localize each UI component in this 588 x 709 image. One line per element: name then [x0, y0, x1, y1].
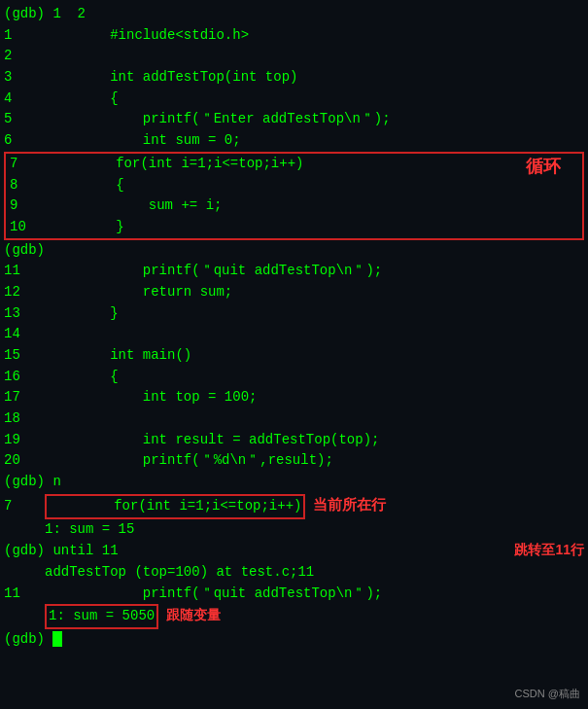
code-line-11: 11 printf(＂quit addTestTop\n＂); — [0, 261, 588, 282]
line-text: { — [51, 175, 578, 196]
gdb-prompt: (gdb) — [4, 240, 45, 262]
gdb-prompt: (gdb) — [4, 472, 45, 493]
line-text — [45, 629, 584, 651]
loop-highlight-box: 循环 7 for(int i=1;i<=top;i++) 8 { 9 sum +… — [4, 152, 584, 240]
line-text: 1 2 — [45, 4, 584, 25]
line-number: 6 — [4, 130, 45, 152]
line-number: 5 — [4, 109, 45, 130]
line-text: int addTestTop(int top) — [45, 67, 584, 89]
code-line-2: 2 — [0, 46, 588, 67]
line-number: 8 — [10, 175, 51, 196]
line-text: addTestTop (top=100) at test.c;11 — [45, 562, 584, 584]
current-line-content: for(int i=1;i<=top;i++) — [45, 494, 305, 519]
line-text: { — [45, 89, 584, 110]
line-text: int result = addTestTop(top); — [45, 430, 584, 451]
line-text: int main() — [45, 345, 584, 367]
line-text: 1: sum = 15 — [45, 519, 584, 541]
line-number: 12 — [4, 282, 45, 303]
code-line-3: 3 int addTestTop(int top) — [0, 67, 588, 89]
line-number: 15 — [4, 345, 45, 367]
cursor-block — [52, 631, 62, 647]
code-line-20: 20 printf(＂%d\n＂,result); — [0, 450, 588, 472]
sum-5050-content: 1: sum = 5050 — [45, 604, 158, 629]
code-line-18: 18 — [0, 408, 588, 430]
line-text: { — [45, 367, 584, 388]
line-number: 14 — [4, 324, 45, 345]
line-number: 7 — [10, 154, 51, 175]
gdb-prompt: (gdb) — [4, 4, 45, 25]
line-number: 9 — [10, 195, 51, 217]
line-gdb-init: (gdb) 1 2 — [0, 4, 588, 25]
track-annotation: 跟随变量 — [166, 605, 221, 626]
watermark: CSDN @稿曲 — [515, 687, 580, 701]
line-text: printf(＂%d\n＂,result); — [45, 450, 584, 472]
code-line-1: 1 #include<stdio.h> — [0, 25, 588, 47]
line-number: 13 — [4, 303, 45, 325]
line-text: int sum = 0; — [45, 130, 584, 152]
line-text: n — [45, 472, 584, 493]
line-number: 18 — [4, 408, 45, 430]
line-number: 17 — [4, 387, 45, 408]
code-line-8: 8 { — [6, 175, 582, 196]
line-text: int top = 100; — [45, 387, 584, 408]
gdb-prompt: (gdb) — [4, 629, 45, 651]
loop-label: 循环 — [526, 155, 561, 178]
sum-15-line: 1: sum = 15 — [0, 519, 588, 541]
code-line-9: 9 sum += i; — [6, 195, 582, 217]
line-text: } — [51, 217, 578, 238]
line-text: } — [45, 303, 584, 325]
line-number: 3 — [4, 67, 45, 89]
code-line-14: 14 — [0, 324, 588, 345]
code-line-11-b: 11 printf(＂quit addTestTop\n＂); — [0, 584, 588, 605]
code-line-5: 5 printf(＂Enter addTestTop\n＂); — [0, 109, 588, 130]
sum-5050-line: 1: sum = 5050 跟随变量 — [0, 604, 588, 629]
addtesttop-info-line: addTestTop (top=100) at test.c;11 — [0, 562, 588, 584]
until-annotation: 跳转至11行 — [514, 540, 584, 561]
code-line-15: 15 int main() — [0, 345, 588, 367]
line-number: 10 — [10, 217, 51, 238]
gdb-prompt-line: (gdb) — [0, 240, 588, 262]
line-text: printf(＂quit addTestTop\n＂); — [45, 584, 584, 605]
line-number: 4 — [4, 89, 45, 110]
line-text: for(int i=1;i<=top;i++) — [51, 154, 578, 175]
line-number: 19 — [4, 430, 45, 451]
code-line-10: 10 } — [6, 217, 582, 238]
current-line-annotation: 当前所在行 — [313, 493, 386, 515]
line-number: 11 — [4, 261, 45, 282]
code-line-12: 12 return sum; — [0, 282, 588, 303]
gdb-prompt: (gdb) — [4, 541, 45, 562]
line-text: until 11 — [45, 541, 514, 562]
line-number: 20 — [4, 450, 45, 472]
code-line-6: 6 int sum = 0; — [0, 130, 588, 152]
code-line-13: 13 } — [0, 303, 588, 325]
line-text: #include<stdio.h> — [45, 25, 584, 47]
line-text: sum += i; — [51, 195, 578, 217]
code-line-7: 7 for(int i=1;i<=top;i++) — [6, 154, 582, 175]
code-line-16: 16 { — [0, 367, 588, 388]
gdb-n-line: (gdb) n — [0, 472, 588, 493]
line-number: 2 — [4, 46, 45, 67]
gdb-final-line: (gdb) — [0, 629, 588, 651]
line-number: 16 — [4, 367, 45, 388]
current-line-7: 7 for(int i=1;i<=top;i++) 当前所在行 — [0, 493, 588, 519]
line-text: printf(＂Enter addTestTop\n＂); — [45, 109, 584, 130]
line-text: return sum; — [45, 282, 584, 303]
line-number: 1 — [4, 25, 45, 47]
line-text: printf(＂quit addTestTop\n＂); — [45, 261, 584, 282]
terminal: (gdb) 1 2 1 #include<stdio.h> 2 3 int ad… — [0, 0, 588, 709]
line-number: 7 — [4, 496, 45, 517]
gdb-until-line: (gdb) until 11 跳转至11行 — [0, 540, 588, 562]
line-number: 11 — [4, 584, 45, 605]
code-line-4: 4 { — [0, 89, 588, 110]
code-line-19: 19 int result = addTestTop(top); — [0, 430, 588, 451]
code-line-17: 17 int top = 100; — [0, 387, 588, 408]
